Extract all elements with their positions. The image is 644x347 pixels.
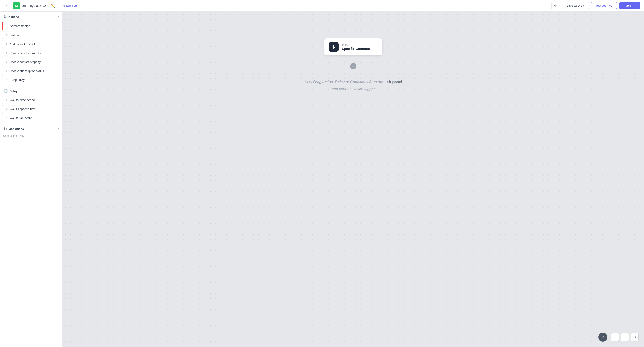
- trigger-info: Trigger Specific Contacts: [342, 44, 378, 50]
- webhook-label: Webhook: [10, 33, 22, 37]
- sidebar-item-wait-specific-time[interactable]: ⠿ Wait till specific time: [2, 105, 60, 113]
- update-subscription-label: Update subscription status: [10, 69, 44, 73]
- sidebar-item-wait-event[interactable]: ⠿ Wait for an event: [2, 114, 60, 122]
- delay-chevron-icon: ▾: [58, 90, 59, 93]
- drag-handle-icon: ⠿: [6, 43, 8, 45]
- trigger-title: Specific Contacts: [342, 47, 378, 50]
- canvas-hint: Now Drag Action, Delay or Conditions fro…: [304, 79, 402, 92]
- trigger-label: Trigger: [342, 44, 378, 46]
- conditions-label: Conditions: [9, 127, 24, 131]
- remove-contact-label: Remove contact from list: [10, 51, 42, 55]
- sidebar-item-wait-time-period[interactable]: ⠿ Wait for time period: [2, 96, 60, 104]
- sidebar-item-update-subscription[interactable]: ⠿ Update subscription status: [2, 67, 60, 75]
- gear-icon: ⚙: [554, 4, 557, 7]
- wait-event-label: Wait for an event: [10, 116, 32, 120]
- delay-label: Delay: [10, 89, 18, 93]
- help-button[interactable]: ?: [598, 333, 607, 342]
- main-area: ⚙ Actions ▾ ⠿ Send campaign ⠿ Webhook ⠿ …: [0, 12, 644, 347]
- edit-title-icon[interactable]: ✏️: [51, 4, 55, 7]
- hint-line2: and connect it with trigger: [304, 86, 402, 93]
- journey-title: Journey 2024-02-1: [22, 4, 49, 7]
- publish-button[interactable]: Publish ↑: [619, 2, 640, 9]
- actions-chevron-icon: ▾: [58, 15, 59, 18]
- canvas-controls: ? + − ↺: [598, 333, 639, 342]
- app-logo: M: [13, 2, 20, 9]
- topbar: ← M Journey 2024-02-1 ✏️ ◎ Edit goal ⚙ S…: [0, 0, 644, 12]
- trigger-icon-box: [329, 42, 338, 52]
- edit-goal-button[interactable]: ◎ Edit goal: [61, 3, 80, 8]
- add-contact-label: Add contact to a list: [10, 42, 35, 46]
- topbar-right: ⚙ Save as Draft Test Journey Publish ↑: [551, 2, 640, 10]
- zoom-out-button[interactable]: −: [621, 333, 629, 341]
- trigger-node[interactable]: Trigger Specific Contacts: [324, 38, 382, 55]
- actions-gear-icon: ⚙: [4, 15, 6, 19]
- drag-handle-icon: ⠿: [6, 108, 8, 110]
- send-campaign-label: Send campaign: [10, 24, 30, 28]
- delay-clock-icon: 🕐: [4, 89, 8, 93]
- actions-label: Actions: [8, 15, 19, 18]
- sidebar-item-send-campaign[interactable]: ⠿ Send campaign: [2, 22, 60, 30]
- conditions-footer: Campaign activity: [0, 133, 62, 139]
- sidebar-item-update-contact-property[interactable]: ⠿ Update contact property: [2, 58, 60, 66]
- settings-button[interactable]: ⚙: [551, 2, 560, 10]
- drag-handle-icon: ⠿: [6, 25, 8, 27]
- exit-journey-label: Exit journey: [10, 78, 25, 82]
- drag-handle-icon: ⠿: [6, 70, 8, 72]
- delay-section-header[interactable]: 🕐 Delay ▾: [0, 86, 62, 95]
- reset-view-button[interactable]: ↺: [630, 333, 639, 341]
- actions-section-header[interactable]: ⚙ Actions ▾: [0, 12, 62, 21]
- test-journey-button[interactable]: Test Journey: [591, 2, 617, 9]
- journey-canvas[interactable]: Trigger Specific Contacts Now Drag Actio…: [63, 12, 644, 347]
- drag-handle-icon: ⠿: [6, 99, 8, 101]
- conditions-section-header[interactable]: ⛓ Conditions ▾: [0, 124, 62, 133]
- sidebar-item-remove-contact-list[interactable]: ⠿ Remove contact from list: [2, 49, 60, 57]
- topbar-left: ← M Journey 2024-02-1 ✏️ ◎ Edit goal: [4, 2, 549, 9]
- drag-handle-icon: ⠿: [6, 79, 8, 81]
- drag-handle-icon: ⠿: [6, 34, 8, 36]
- wait-time-period-label: Wait for time period: [10, 98, 35, 102]
- publish-icon: ↑: [634, 4, 636, 7]
- sidebar-item-exit-journey[interactable]: ⠿ Exit journey: [2, 76, 60, 84]
- sidebar: ⚙ Actions ▾ ⠿ Send campaign ⠿ Webhook ⠿ …: [0, 12, 63, 347]
- update-contact-label: Update contact property: [10, 60, 41, 64]
- wait-specific-time-label: Wait till specific time: [10, 107, 36, 111]
- zoom-in-button[interactable]: +: [611, 333, 619, 341]
- drag-handle-icon: ⠿: [6, 61, 8, 63]
- back-button[interactable]: ←: [4, 2, 11, 9]
- conditions-chevron-icon: ▾: [58, 127, 59, 130]
- drag-handle-icon: ⠿: [6, 52, 8, 54]
- bolt-icon: [331, 44, 336, 49]
- save-draft-button[interactable]: Save as Draft: [562, 2, 589, 9]
- conditions-icon: ⛓: [4, 127, 7, 131]
- sidebar-item-add-contact-list[interactable]: ⠿ Add contact to a list: [2, 40, 60, 48]
- sidebar-item-webhook[interactable]: ⠿ Webhook: [2, 31, 60, 39]
- connector-dot[interactable]: [350, 63, 356, 69]
- drag-handle-icon: ⠿: [6, 117, 8, 119]
- hint-line1: Now Drag Action, Delay or Conditions fro…: [304, 79, 402, 86]
- goal-target-icon: ◎: [62, 4, 65, 7]
- chevron-down-icon: [352, 65, 355, 68]
